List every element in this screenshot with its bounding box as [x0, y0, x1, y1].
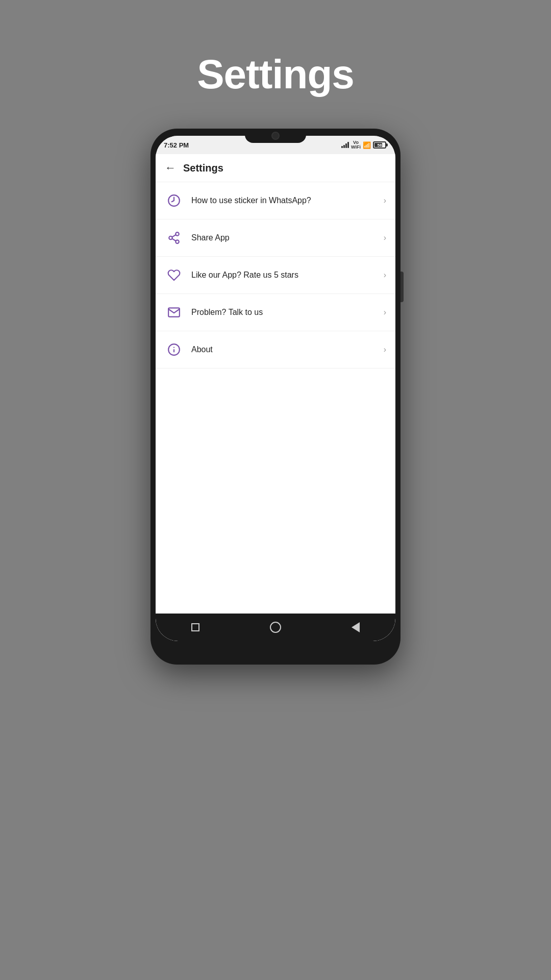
chevron-icon: ›: [384, 345, 386, 354]
status-icons: VoWiFi 📶 58: [341, 140, 386, 150]
info-icon: [165, 340, 183, 359]
status-time: 7:52 PM: [164, 141, 189, 149]
home-icon: [270, 622, 281, 633]
settings-item-label: Problem? Talk to us: [191, 307, 380, 318]
chevron-icon: ›: [384, 233, 386, 242]
mail-icon: [165, 303, 183, 322]
battery-icon: 58: [373, 141, 386, 149]
clock-icon: [165, 191, 183, 210]
vowifi-icon: VoWiFi: [351, 140, 361, 150]
settings-item-label: How to use sticker in WhatsApp?: [191, 195, 380, 206]
chevron-icon: ›: [384, 196, 386, 205]
page-background-title: Settings: [197, 51, 354, 98]
back-icon: [352, 622, 360, 632]
settings-item-about[interactable]: About ›: [156, 331, 395, 369]
app-header: ← Settings: [156, 154, 395, 182]
svg-line-4: [172, 239, 176, 241]
chevron-icon: ›: [384, 308, 386, 317]
nav-recent-apps-button[interactable]: [189, 621, 202, 633]
bottom-nav-bar: [156, 614, 395, 641]
settings-item-label: About: [191, 345, 380, 355]
wifi-icon: 📶: [363, 141, 371, 149]
settings-item-rate-us[interactable]: Like our App? Rate us 5 stars ›: [156, 257, 395, 294]
settings-item-share-app[interactable]: Share App ›: [156, 219, 395, 257]
settings-item-how-to-use[interactable]: How to use sticker in WhatsApp? ›: [156, 182, 395, 219]
back-button[interactable]: ←: [165, 161, 176, 175]
settings-item-label: Share App: [191, 233, 380, 243]
heart-icon: [165, 266, 183, 284]
phone-side-button: [400, 272, 404, 302]
recent-apps-icon: [191, 623, 199, 631]
phone-camera: [271, 132, 280, 140]
phone-frame: 7:52 PM VoWiFi 📶 58 ← Settings: [151, 129, 400, 665]
header-title: Settings: [183, 162, 223, 174]
settings-list: How to use sticker in WhatsApp? › Share …: [156, 182, 395, 614]
share-icon: [165, 229, 183, 247]
svg-line-5: [172, 235, 176, 237]
phone-notch: [245, 129, 306, 143]
signal-icon: [341, 142, 349, 148]
phone-screen: 7:52 PM VoWiFi 📶 58 ← Settings: [156, 136, 395, 641]
nav-home-button[interactable]: [269, 621, 282, 633]
settings-item-talk-to-us[interactable]: Problem? Talk to us ›: [156, 294, 395, 331]
chevron-icon: ›: [384, 271, 386, 280]
settings-item-label: Like our App? Rate us 5 stars: [191, 270, 380, 281]
nav-back-button[interactable]: [349, 621, 362, 633]
